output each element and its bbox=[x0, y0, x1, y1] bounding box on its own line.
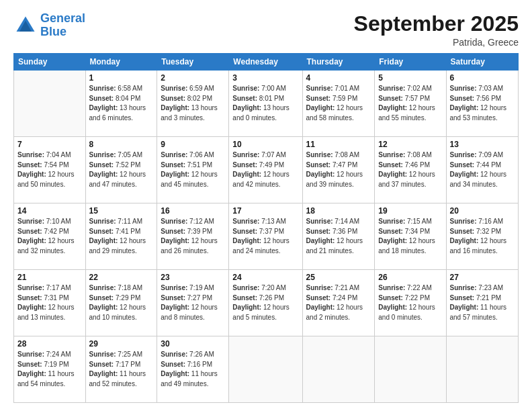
day-number: 7 bbox=[17, 140, 82, 149]
day-info: Sunrise: 7:23 AMSunset: 7:21 PMDaylight:… bbox=[450, 283, 515, 322]
calendar-cell: 22Sunrise: 7:18 AMSunset: 7:29 PMDayligh… bbox=[85, 270, 157, 336]
header-day-thursday: Thursday bbox=[302, 54, 375, 71]
day-info: Sunrise: 7:05 AMSunset: 7:52 PMDaylight:… bbox=[89, 150, 154, 189]
title-block: September 2025 Patrida, Greece bbox=[354, 12, 519, 48]
day-info: Sunrise: 7:20 AMSunset: 7:26 PMDaylight:… bbox=[232, 283, 298, 322]
day-info: Sunrise: 7:09 AMSunset: 7:44 PMDaylight:… bbox=[450, 150, 515, 189]
calendar-week-1: 1Sunrise: 6:58 AMSunset: 8:04 PMDaylight… bbox=[14, 71, 519, 137]
day-number: 21 bbox=[17, 273, 82, 282]
day-info: Sunrise: 7:13 AMSunset: 7:37 PMDaylight:… bbox=[232, 217, 298, 256]
day-info: Sunrise: 7:11 AMSunset: 7:41 PMDaylight:… bbox=[89, 217, 154, 256]
calendar-cell bbox=[229, 336, 302, 403]
calendar-cell: 6Sunrise: 7:03 AMSunset: 7:56 PMDaylight… bbox=[446, 71, 519, 137]
day-number: 20 bbox=[450, 206, 515, 216]
location: Patrida, Greece bbox=[354, 37, 519, 48]
day-info: Sunrise: 7:01 AMSunset: 7:59 PMDaylight:… bbox=[306, 84, 371, 123]
day-number: 22 bbox=[89, 273, 154, 282]
day-info: Sunrise: 7:07 AMSunset: 7:49 PMDaylight:… bbox=[232, 150, 298, 189]
day-info: Sunrise: 7:22 AMSunset: 7:22 PMDaylight:… bbox=[378, 283, 442, 322]
day-info: Sunrise: 7:24 AMSunset: 7:19 PMDaylight:… bbox=[17, 350, 82, 389]
calendar-cell: 27Sunrise: 7:23 AMSunset: 7:21 PMDayligh… bbox=[446, 270, 519, 336]
day-info: Sunrise: 7:19 AMSunset: 7:27 PMDaylight:… bbox=[161, 283, 225, 322]
day-number: 10 bbox=[232, 140, 298, 149]
calendar-cell: 11Sunrise: 7:08 AMSunset: 7:47 PMDayligh… bbox=[302, 137, 375, 203]
day-info: Sunrise: 7:04 AMSunset: 7:54 PMDaylight:… bbox=[17, 150, 82, 189]
calendar-week-4: 21Sunrise: 7:17 AMSunset: 7:31 PMDayligh… bbox=[14, 270, 519, 336]
day-info: Sunrise: 7:25 AMSunset: 7:17 PMDaylight:… bbox=[89, 350, 154, 389]
day-info: Sunrise: 7:08 AMSunset: 7:47 PMDaylight:… bbox=[306, 150, 371, 189]
calendar-cell: 3Sunrise: 7:00 AMSunset: 8:01 PMDaylight… bbox=[229, 71, 302, 137]
logo-blue: Blue bbox=[40, 25, 66, 38]
day-number: 2 bbox=[161, 73, 225, 83]
day-number: 15 bbox=[89, 206, 154, 216]
day-number: 4 bbox=[306, 73, 371, 83]
day-number: 30 bbox=[161, 339, 225, 349]
calendar-cell: 14Sunrise: 7:10 AMSunset: 7:42 PMDayligh… bbox=[14, 203, 86, 270]
day-number: 12 bbox=[378, 140, 442, 149]
day-info: Sunrise: 7:03 AMSunset: 7:56 PMDaylight:… bbox=[450, 84, 515, 123]
calendar-cell: 5Sunrise: 7:02 AMSunset: 7:57 PMDaylight… bbox=[375, 71, 446, 137]
calendar-week-5: 28Sunrise: 7:24 AMSunset: 7:19 PMDayligh… bbox=[14, 336, 519, 403]
day-number: 11 bbox=[306, 140, 371, 149]
calendar-cell: 28Sunrise: 7:24 AMSunset: 7:19 PMDayligh… bbox=[14, 336, 86, 403]
calendar-cell: 8Sunrise: 7:05 AMSunset: 7:52 PMDaylight… bbox=[85, 137, 157, 203]
day-number: 29 bbox=[89, 339, 154, 349]
day-info: Sunrise: 7:00 AMSunset: 8:01 PMDaylight:… bbox=[232, 84, 298, 123]
calendar-cell: 23Sunrise: 7:19 AMSunset: 7:27 PMDayligh… bbox=[157, 270, 229, 336]
day-info: Sunrise: 7:14 AMSunset: 7:36 PMDaylight:… bbox=[306, 217, 371, 256]
day-info: Sunrise: 7:08 AMSunset: 7:46 PMDaylight:… bbox=[378, 150, 442, 189]
calendar-cell: 12Sunrise: 7:08 AMSunset: 7:46 PMDayligh… bbox=[375, 137, 446, 203]
calendar-cell bbox=[375, 336, 446, 403]
calendar-cell: 30Sunrise: 7:26 AMSunset: 7:16 PMDayligh… bbox=[157, 336, 229, 403]
calendar-cell bbox=[14, 71, 86, 137]
logo-text: General Blue bbox=[40, 12, 85, 39]
day-number: 1 bbox=[89, 73, 154, 83]
header-day-friday: Friday bbox=[375, 54, 446, 71]
day-info: Sunrise: 7:02 AMSunset: 7:57 PMDaylight:… bbox=[378, 84, 442, 123]
day-number: 8 bbox=[89, 140, 154, 149]
day-number: 14 bbox=[17, 206, 82, 216]
header-day-wednesday: Wednesday bbox=[229, 54, 302, 71]
day-number: 3 bbox=[232, 73, 298, 83]
day-number: 26 bbox=[378, 273, 442, 282]
day-number: 16 bbox=[161, 206, 225, 216]
calendar-cell: 4Sunrise: 7:01 AMSunset: 7:59 PMDaylight… bbox=[302, 71, 375, 137]
calendar-cell: 16Sunrise: 7:12 AMSunset: 7:39 PMDayligh… bbox=[157, 203, 229, 270]
calendar-cell: 29Sunrise: 7:25 AMSunset: 7:17 PMDayligh… bbox=[85, 336, 157, 403]
calendar-cell: 19Sunrise: 7:15 AMSunset: 7:34 PMDayligh… bbox=[375, 203, 446, 270]
calendar-cell bbox=[302, 336, 375, 403]
header-day-saturday: Saturday bbox=[446, 54, 519, 71]
calendar-cell: 24Sunrise: 7:20 AMSunset: 7:26 PMDayligh… bbox=[229, 270, 302, 336]
day-info: Sunrise: 6:58 AMSunset: 8:04 PMDaylight:… bbox=[89, 84, 154, 123]
calendar-cell: 20Sunrise: 7:16 AMSunset: 7:32 PMDayligh… bbox=[446, 203, 519, 270]
header-day-monday: Monday bbox=[85, 54, 157, 71]
calendar-cell: 7Sunrise: 7:04 AMSunset: 7:54 PMDaylight… bbox=[14, 137, 86, 203]
calendar-cell bbox=[446, 336, 519, 403]
day-info: Sunrise: 7:15 AMSunset: 7:34 PMDaylight:… bbox=[378, 217, 442, 256]
header: General Blue September 2025 Patrida, Gre… bbox=[13, 12, 519, 48]
day-info: Sunrise: 7:18 AMSunset: 7:29 PMDaylight:… bbox=[89, 283, 154, 322]
day-info: Sunrise: 6:59 AMSunset: 8:02 PMDaylight:… bbox=[161, 84, 225, 123]
header-day-tuesday: Tuesday bbox=[157, 54, 229, 71]
calendar-cell: 17Sunrise: 7:13 AMSunset: 7:37 PMDayligh… bbox=[229, 203, 302, 270]
day-info: Sunrise: 7:10 AMSunset: 7:42 PMDaylight:… bbox=[17, 217, 82, 256]
calendar-table: SundayMondayTuesdayWednesdayThursdayFrid… bbox=[13, 53, 519, 403]
day-number: 27 bbox=[450, 273, 515, 282]
calendar-cell: 13Sunrise: 7:09 AMSunset: 7:44 PMDayligh… bbox=[446, 137, 519, 203]
day-info: Sunrise: 7:12 AMSunset: 7:39 PMDaylight:… bbox=[161, 217, 225, 256]
day-info: Sunrise: 7:26 AMSunset: 7:16 PMDaylight:… bbox=[161, 350, 225, 389]
day-number: 13 bbox=[450, 140, 515, 149]
day-number: 5 bbox=[378, 73, 442, 83]
calendar-cell: 2Sunrise: 6:59 AMSunset: 8:02 PMDaylight… bbox=[157, 71, 229, 137]
page: General Blue September 2025 Patrida, Gre… bbox=[0, 0, 532, 411]
calendar-cell: 1Sunrise: 6:58 AMSunset: 8:04 PMDaylight… bbox=[85, 71, 157, 137]
calendar-cell: 9Sunrise: 7:06 AMSunset: 7:51 PMDaylight… bbox=[157, 137, 229, 203]
calendar-cell: 21Sunrise: 7:17 AMSunset: 7:31 PMDayligh… bbox=[14, 270, 86, 336]
calendar-cell: 10Sunrise: 7:07 AMSunset: 7:49 PMDayligh… bbox=[229, 137, 302, 203]
calendar-week-2: 7Sunrise: 7:04 AMSunset: 7:54 PMDaylight… bbox=[14, 137, 519, 203]
logo-general: General bbox=[40, 11, 85, 25]
day-number: 17 bbox=[232, 206, 298, 216]
day-number: 19 bbox=[378, 206, 442, 216]
day-number: 24 bbox=[232, 273, 298, 282]
general-blue-logo-icon bbox=[13, 13, 38, 38]
